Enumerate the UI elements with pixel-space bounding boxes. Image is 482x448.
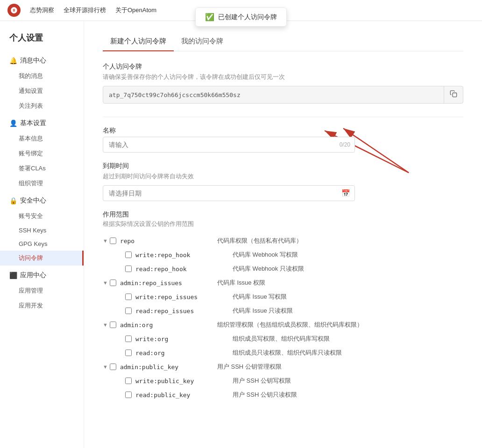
scope-write-repo-hook-checkbox[interactable] <box>125 252 132 258</box>
toast-notification: ✅ 已创建个人访问令牌 <box>195 7 287 27</box>
name-input-wrapper: 0/20 <box>103 137 355 153</box>
toast-success-icon: ✅ <box>205 13 214 21</box>
sidebar-section-label-security: 安全中心 <box>20 196 46 205</box>
token-display-section: 个人访问令牌 请确保妥善保存你的个人访问令牌，该令牌在成功创建后仅可见一次 <box>103 63 463 104</box>
bell-icon: 🔔 <box>9 57 17 64</box>
scope-section: 作用范围 根据实际情况设置公钥的作用范围 ▼ repo 代码库权限（包括私有代码… <box>103 210 463 402</box>
nav-item-ranking[interactable]: 全球开源排行榜 <box>64 6 106 14</box>
sidebar-item-gpg-keys[interactable]: GPG Keys <box>0 237 84 251</box>
sidebar-item-org-management[interactable]: 组织管理 <box>0 176 84 191</box>
scope-write-repo-hook-name: write:repo_hook <box>135 252 229 259</box>
expiry-desc: 超过到期时间访问令牌将自动失效 <box>103 172 463 181</box>
sidebar-item-basic-info[interactable]: 基本信息 <box>0 131 84 146</box>
nav-item-about[interactable]: 关于OpenAtom <box>115 6 156 14</box>
sidebar-item-account-security[interactable]: 账号安全 <box>0 209 84 224</box>
scope-public-key-parent: ▼ admin:public_key 用户 SSH 公钥管理权限 <box>103 360 463 374</box>
sidebar-item-ssh-keys[interactable]: SSH Keys <box>0 224 84 237</box>
sidebar-section-messages: 🔔 消息中心 我的消息 通知设置 关注列表 <box>0 53 84 113</box>
toast-text: 已创建个人访问令牌 <box>218 13 277 21</box>
scope-read-public-key: read:public_key 用户 SSH 公钥只读权限 <box>103 388 463 402</box>
scope-public-key-desc: 用户 SSH 公钥管理权限 <box>217 363 282 371</box>
scope-org-parent: ▼ admin:org 组织管理权限（包括组织成员权限、组织代码库权限） <box>103 318 463 332</box>
scope-read-repo-hook-name: read:repo_hook <box>135 266 229 273</box>
scope-read-repo-issues-name: read:repo_issues <box>135 308 229 315</box>
copy-token-button[interactable] <box>444 86 463 103</box>
date-input-wrapper: 📅 <box>103 185 355 201</box>
sidebar-item-app-management[interactable]: 应用管理 <box>0 283 84 298</box>
scope-read-repo-hook-desc: 代码库 Webhook 只读权限 <box>233 265 304 273</box>
scope-read-org-desc: 组织成员只读权限、组织代码库只读权限 <box>233 349 342 357</box>
scope-repo-parent: ▼ repo 代码库权限（包括私有代码库） <box>103 234 463 248</box>
expiry-form-group: 到期时间 超过到期时间访问令牌将自动失效 📅 <box>103 162 463 201</box>
scope-public-key-toggle[interactable]: ▼ <box>103 364 108 370</box>
scope-write-repo-hook-desc: 代码库 Webhook 写权限 <box>233 251 298 259</box>
scope-public-key-checkbox[interactable] <box>110 364 116 370</box>
scope-write-org: write:org 组织成员写权限、组织代码库写权限 <box>103 332 463 346</box>
scope-write-repo-issues: write:repo_issues 代码库 Issue 写权限 <box>103 290 463 304</box>
scope-write-org-checkbox[interactable] <box>125 336 132 342</box>
name-count: 0/20 <box>340 141 350 148</box>
calendar-icon: 📅 <box>341 189 350 197</box>
scope-repo-checkbox[interactable] <box>110 238 116 244</box>
scope-org-name: admin:org <box>120 322 213 329</box>
sidebar-item-my-messages[interactable]: 我的消息 <box>0 69 84 84</box>
scope-read-public-key-checkbox[interactable] <box>125 392 132 398</box>
scope-write-repo-issues-name: write:repo_issues <box>135 294 229 301</box>
scope-read-org-checkbox[interactable] <box>125 350 132 356</box>
token-section-desc: 请确保妥善保存你的个人访问令牌，该令牌在成功创建后仅可见一次 <box>103 73 463 81</box>
tab-my-tokens[interactable]: 我的访问令牌 <box>174 32 231 51</box>
sidebar-section-label-apps: 应用中心 <box>20 271 46 280</box>
page-title: 个人设置 <box>0 32 84 53</box>
scope-read-org: read:org 组织成员只读权限、组织代码库只读权限 <box>103 346 463 360</box>
name-form-group: 名称 0/20 <box>103 126 463 153</box>
scope-write-public-key: write:public_key 用户 SSH 公钥写权限 <box>103 374 463 388</box>
scope-read-repo-issues: read:repo_issues 代码库 Issue 只读权限 <box>103 304 463 318</box>
sidebar-section-header-security: 🔒 安全中心 <box>0 193 84 209</box>
expiry-label: 到期时间 <box>103 162 463 170</box>
token-value-input[interactable] <box>103 87 444 103</box>
token-section-title: 个人访问令牌 <box>103 63 463 71</box>
date-input[interactable] <box>103 185 355 201</box>
name-input[interactable] <box>103 137 355 153</box>
tab-new-token[interactable]: 新建个人访问令牌 <box>103 32 174 51</box>
sidebar-item-notification-settings[interactable]: 通知设置 <box>0 84 84 98</box>
sidebar-item-sign-clas[interactable]: 签署CLAs <box>0 161 84 176</box>
scope-write-public-key-checkbox[interactable] <box>125 378 132 384</box>
user-icon: 👤 <box>9 119 17 127</box>
sidebar: 个人设置 🔔 消息中心 我的消息 通知设置 关注列表 👤 基本设置 基本信息 账… <box>0 21 84 448</box>
scope-repo-issues-name: admin:repo_issues <box>120 280 213 287</box>
scope-label: 作用范围 <box>103 210 463 219</box>
name-label: 名称 <box>103 126 463 135</box>
apps-icon: ⬛ <box>9 272 17 279</box>
scope-read-repo-hook-checkbox[interactable] <box>125 266 132 272</box>
scope-read-public-key-name: read:public_key <box>135 392 229 399</box>
scope-read-repo-issues-desc: 代码库 Issue 只读权限 <box>233 307 293 315</box>
tab-bar: 新建个人访问令牌 我的访问令牌 <box>103 32 463 51</box>
scope-write-repo-issues-desc: 代码库 Issue 写权限 <box>233 293 287 301</box>
logo <box>7 4 21 17</box>
scope-read-public-key-desc: 用户 SSH 公钥只读权限 <box>233 391 297 399</box>
scope-desc: 根据实际情况设置公钥的作用范围 <box>103 220 463 228</box>
sidebar-section-label-messages: 消息中心 <box>20 56 46 65</box>
scope-read-repo-hook: read:repo_hook 代码库 Webhook 只读权限 <box>103 262 463 276</box>
scope-write-repo-issues-checkbox[interactable] <box>125 294 132 300</box>
scope-org-checkbox[interactable] <box>110 322 116 328</box>
scope-read-repo-issues-checkbox[interactable] <box>125 308 132 314</box>
scope-repo-issues-toggle[interactable]: ▼ <box>103 280 108 286</box>
nav-item-trends[interactable]: 态势洞察 <box>30 6 54 14</box>
scope-org-desc: 组织管理权限（包括组织成员权限、组织代码库权限） <box>217 321 363 329</box>
sidebar-item-account-binding[interactable]: 账号绑定 <box>0 146 84 161</box>
scope-public-key-name: admin:public_key <box>120 364 213 371</box>
sidebar-item-access-token[interactable]: 访问令牌 <box>0 251 84 266</box>
scope-repo-name: repo <box>120 238 213 245</box>
sidebar-section-header-apps: ⬛ 应用中心 <box>0 267 84 283</box>
scope-repo-toggle[interactable]: ▼ <box>103 238 108 244</box>
scope-org-toggle[interactable]: ▼ <box>103 322 108 328</box>
scope-repo-issues-checkbox[interactable] <box>110 280 116 286</box>
scope-write-org-desc: 组织成员写权限、组织代码库写权限 <box>233 335 330 343</box>
scope-repo-desc: 代码库权限（包括私有代码库） <box>217 237 302 245</box>
sidebar-section-security: 🔒 安全中心 账号安全 SSH Keys GPG Keys 访问令牌 <box>0 193 84 266</box>
sidebar-item-app-dev[interactable]: 应用开发 <box>0 298 84 313</box>
scope-write-org-name: write:org <box>135 336 229 343</box>
sidebar-item-follow-list[interactable]: 关注列表 <box>0 98 84 113</box>
